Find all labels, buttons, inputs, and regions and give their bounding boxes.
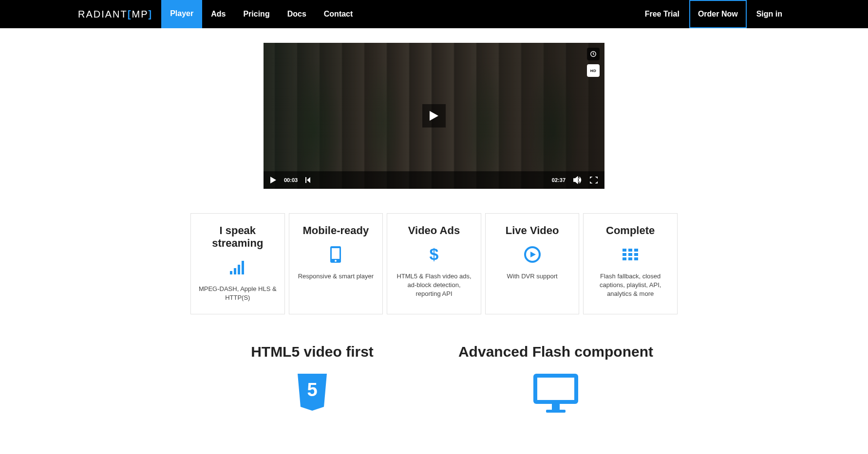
feature-title: Live Video [492,224,572,237]
feature-desc: Flash fallback, closed captions, playlis… [590,272,670,299]
header: RADIANT[MP] Player Ads Pricing Docs Cont… [0,0,868,28]
svg-rect-13 [623,253,626,256]
play-button-center[interactable] [422,104,446,127]
volume-icon [573,176,582,184]
feature-desc: Responsive & smart player [296,272,376,281]
svg-rect-15 [634,253,638,256]
nav-ads[interactable]: Ads [202,0,234,28]
bottom-sections: HTML5 video first 5 Advanced Flash compo… [190,344,678,416]
play-small-icon [270,177,276,183]
svg-rect-12 [634,249,638,252]
play-circle-icon [492,245,572,264]
duration: 02:37 [552,177,566,183]
logo-text-main: RADIANT [78,9,128,19]
current-time: 00:03 [284,177,298,183]
html5-icon: 5 [190,374,434,416]
nav-docs[interactable]: Docs [279,0,315,28]
hd-badge[interactable]: HD [587,64,600,77]
history-badge[interactable] [587,48,600,60]
free-trial-link[interactable]: Free Trial [637,0,687,28]
video-controls: 00:03 02:37 [264,171,604,189]
fullscreen-button[interactable] [590,177,598,183]
feature-title: Video Ads [394,224,474,237]
grid-icon [590,245,670,264]
feature-desc: With DVR support [492,272,572,281]
order-now-button[interactable]: Order Now [689,0,747,28]
flash-title: Advanced Flash component [434,344,678,360]
mobile-icon [296,245,376,264]
sign-in-link[interactable]: Sign in [749,0,790,28]
svg-rect-23 [546,410,566,413]
play-button[interactable] [270,177,276,183]
header-right: Free Trial Order Now Sign in [637,0,790,28]
feature-title: I speak streaming [198,224,278,250]
html5-title: HTML5 video first [190,344,434,360]
feature-card-mobile[interactable]: Mobile-ready Responsive & smart player [289,213,383,314]
svg-text:$: $ [430,246,439,263]
svg-rect-14 [628,253,632,256]
feature-card-streaming[interactable]: I speak streaming MPEG-DASH, Apple HLS &… [190,213,285,314]
feature-card-ads[interactable]: Video Ads $ HTML5 & Flash video ads, ad-… [387,213,481,314]
rewind-button[interactable] [305,177,313,183]
feature-card-complete[interactable]: Complete Flash fallback, closed captions… [583,213,678,314]
svg-rect-1 [230,271,232,274]
feature-title: Mobile-ready [296,224,376,237]
feature-desc: HTML5 & Flash video ads, ad-block detect… [394,272,474,299]
desktop-icon [434,374,678,416]
dollar-icon: $ [394,245,474,264]
svg-rect-10 [623,249,626,252]
svg-rect-17 [628,257,632,260]
feature-card-live[interactable]: Live Video With DVR support [485,213,580,314]
svg-rect-3 [238,265,240,274]
svg-rect-18 [634,257,638,260]
feature-cards: I speak streaming MPEG-DASH, Apple HLS &… [190,213,678,314]
logo-text-suffix: MP [132,9,148,19]
svg-rect-11 [628,249,632,252]
nav-player[interactable]: Player [161,0,202,28]
volume-button[interactable] [573,176,582,184]
svg-rect-2 [234,268,236,274]
svg-rect-6 [332,248,340,259]
video-badges: HD [587,48,600,77]
svg-rect-22 [552,404,560,410]
html5-section: HTML5 video first 5 [190,344,434,416]
feature-desc: MPEG-DASH, Apple HLS & HTTP(S) [198,285,278,302]
nav-pricing[interactable]: Pricing [234,0,278,28]
svg-text:5: 5 [307,380,317,400]
feature-title: Complete [590,224,670,237]
svg-rect-16 [623,257,626,260]
main-nav: Player Ads Pricing Docs Contact [161,0,361,28]
clock-icon [590,51,597,57]
svg-rect-4 [242,261,244,274]
nav-contact[interactable]: Contact [315,0,362,28]
signal-icon [198,257,278,277]
logo[interactable]: RADIANT[MP] [78,9,152,20]
fullscreen-icon [590,177,598,183]
play-icon [430,111,438,121]
svg-point-7 [335,260,337,262]
flash-section: Advanced Flash component [434,344,678,416]
rewind-icon [305,177,313,183]
video-player[interactable]: HD 00:03 02:37 [264,43,604,189]
logo-bracket-close: ] [148,9,152,19]
svg-rect-21 [537,378,574,400]
